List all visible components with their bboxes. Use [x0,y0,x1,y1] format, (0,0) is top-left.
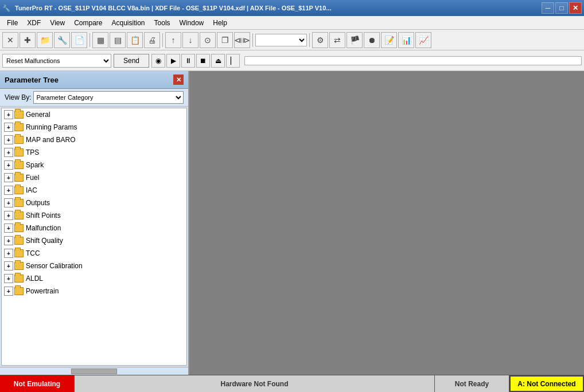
marker-button[interactable]: ▏ [226,54,240,68]
tree-item[interactable]: +MAP and BARO [2,134,186,146]
wrench-icon: 🔧 [57,36,67,45]
tree-expand-icon[interactable]: + [4,110,13,119]
tree-expand-icon[interactable]: + [4,160,13,170]
menu-item-xdf[interactable]: XDF [22,16,45,29]
tree-item[interactable]: +Sensor Calibration [2,260,186,272]
tree-item-label: ALDL [26,275,43,283]
folder-icon [14,275,24,283]
record-button[interactable]: ⏺ [364,32,380,48]
play-button[interactable]: ▶ [166,54,180,68]
pause-icon: ⏸ [185,57,192,65]
view-by-dropdown[interactable]: Parameter Category Alphabetical [33,91,184,104]
wrench-button[interactable]: 🔧 [54,32,70,48]
up-button[interactable]: ↑ [165,32,181,48]
arrow-down-icon: ↓ [189,36,193,45]
folder-icon [14,237,24,245]
not-emulating-status: Not Emulating [0,375,75,392]
flag-button[interactable]: 🏴 [346,32,363,48]
pipe-button[interactable]: ⧏⧐ [234,32,250,48]
tree-item-label: Running Params [26,123,77,131]
rewind-button[interactable]: ◉ [151,54,165,68]
menu-item-help[interactable]: Help [208,16,232,29]
send-button[interactable]: Send [114,54,149,68]
tree-item[interactable]: +Shift Points [2,209,186,222]
tree-item[interactable]: +Fuel [2,171,186,184]
tree-expand-icon[interactable]: + [4,261,13,271]
pause-button[interactable]: ⏸ [181,54,195,68]
toolbar-secondary: Reset Malfunctions Send ◉ ▶ ⏸ ⏹ ⏏ ▏ [0,50,584,71]
tree-item[interactable]: +IAC [2,184,186,197]
menu-item-acquisition[interactable]: Acquisition [107,16,150,29]
tree-expand-icon[interactable]: + [4,173,13,182]
tree-expand-icon[interactable]: + [4,249,13,258]
menu-item-file[interactable]: File [2,16,22,29]
command-dropdown[interactable]: Reset Malfunctions [2,54,111,68]
tree-expand-icon[interactable]: + [4,186,13,195]
tree-item[interactable]: +Outputs [2,197,186,209]
tree-item[interactable]: +Malfunction [2,222,186,234]
down-button[interactable]: ↓ [182,32,198,48]
print-button[interactable]: 🖨 [144,32,160,48]
close-tool-button[interactable]: ✕ [2,32,18,48]
close-button[interactable]: ✕ [569,2,582,14]
tree-expand-icon[interactable]: + [4,274,13,283]
chart-icon: 📈 [419,36,429,45]
tree-item[interactable]: +Powertrain [2,285,186,297]
tree-expand-icon[interactable]: + [4,224,13,233]
playback-controls: ◉ ▶ ⏸ ⏹ ⏏ ▏ [151,54,240,68]
tree-expand-icon[interactable]: + [4,287,13,296]
chart-button[interactable]: 📈 [415,32,431,48]
separator-2 [162,33,163,47]
tree-item[interactable]: +General [2,108,186,121]
notes-button[interactable]: 📝 [381,32,397,48]
folder-icon [14,174,24,182]
gauge-button[interactable]: 📊 [398,32,414,48]
folder-icon [14,123,24,131]
tree-expand-icon[interactable]: + [4,198,13,207]
tree-item-label: Outputs [26,199,50,207]
menu-item-view[interactable]: View [45,16,69,29]
tree-item[interactable]: +TPS [2,146,186,159]
tree-item[interactable]: +ALDL [2,272,186,285]
separator-4 [309,33,310,47]
param-tree-close-button[interactable]: ✕ [173,75,184,85]
stop-icon: ⏹ [200,57,207,65]
add-tool-button[interactable]: ✚ [20,32,36,48]
menu-item-window[interactable]: Window [175,16,209,29]
tree-item-label: IAC [26,186,37,194]
stop-button[interactable]: ⏹ [196,54,210,68]
timeline-bar[interactable] [244,56,582,65]
tree-item[interactable]: +Spark [2,159,186,171]
tree-item[interactable]: +Shift Quality [2,234,186,247]
split-button[interactable]: ▤ [110,32,126,48]
tree-expand-icon[interactable]: + [4,148,13,157]
tree-expand-icon[interactable]: + [4,135,13,144]
main-content: Parameter Tree ✕ View By: Parameter Cate… [0,71,584,375]
tree-expand-icon[interactable]: + [4,211,13,220]
tree-item[interactable]: +Running Params [2,121,186,134]
tree-expand-icon[interactable]: + [4,123,13,132]
open-button[interactable]: 📁 [37,32,53,48]
tree-item[interactable]: +TCC [2,247,186,260]
tree-container[interactable]: +General+Running Params+MAP and BARO+TPS… [1,108,187,366]
maximize-button[interactable]: □ [555,2,568,14]
tree-expand-icon[interactable]: + [4,236,13,245]
copy-button[interactable]: ❐ [217,32,233,48]
channel-dropdown[interactable] [255,34,307,46]
menu-item-tools[interactable]: Tools [150,16,175,29]
circle-button[interactable]: ⊙ [200,32,216,48]
table-button[interactable]: ▦ [92,32,108,48]
copy-icon: ❐ [221,36,229,45]
menu-item-compare[interactable]: Compare [69,16,107,29]
folder-icon [14,262,24,270]
eject-button[interactable]: ⏏ [211,54,225,68]
folder-icon [14,111,24,119]
param-button[interactable]: 📋 [127,32,143,48]
new-button[interactable]: 📄 [71,32,87,48]
minimize-button[interactable]: ─ [542,2,554,14]
horizontal-scrollbar[interactable] [0,367,188,375]
tree-item-label: Spark [26,161,44,169]
gear-button[interactable]: ⚙ [312,32,328,48]
folder-icon [14,211,24,219]
sync-button[interactable]: ⇄ [329,32,345,48]
